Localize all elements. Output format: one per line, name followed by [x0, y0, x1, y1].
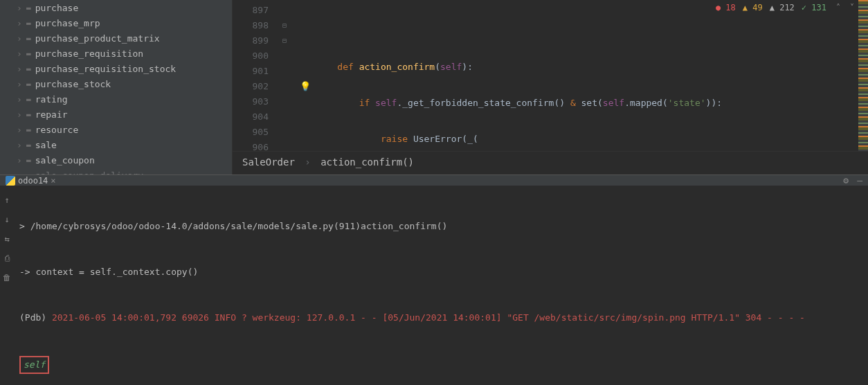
terminal-tab-bar[interactable]: odoo14 × ⚙ — [0, 174, 868, 186]
tree-label: purchase_requisition [35, 48, 144, 59]
scroll-map[interactable] [858, 0, 868, 151]
chevron-right-icon: › [305, 156, 310, 168]
terminal-line: -> context = self._context.copy() [19, 265, 862, 280]
line-number: 897 [233, 3, 269, 18]
tree-item-rating[interactable]: ›▬rating [0, 91, 232, 107]
tree-item-sale[interactable]: ›▬sale [0, 137, 232, 152]
folder-icon: ▬ [26, 80, 31, 89]
highlighted-command: self [19, 356, 49, 374]
tree-item-sale-coupon-delivery[interactable]: ›▬sale_coupon_delivery [0, 168, 232, 174]
chevron-right-icon: › [17, 155, 25, 165]
line-number: 904 [233, 109, 269, 125]
tree-label: rating [35, 94, 68, 105]
next-highlight-icon[interactable]: ˅ [850, 3, 854, 12]
hint-column: 💡 [295, 3, 316, 151]
folder-icon: ▬ [26, 110, 31, 119]
breadcrumb-method[interactable]: action_confirm() [320, 156, 414, 168]
lightbulb-icon[interactable]: 💡 [295, 79, 316, 94]
folder-icon: ▬ [26, 141, 31, 150]
minimize-icon[interactable]: — [857, 175, 862, 186]
close-icon[interactable]: × [51, 176, 55, 186]
tree-label: sale_coupon [35, 155, 95, 165]
terminal-toolbar: ↑ ↓ ⇆ ⎙ 🗑 [0, 186, 14, 385]
line-number: 903 [233, 94, 269, 109]
tree-item-purchase-mrp[interactable]: ›▬purchase_mrp [0, 15, 232, 30]
tree-label: resource [35, 125, 79, 135]
chevron-right-icon: › [17, 33, 25, 44]
warning-count[interactable]: ▲ 49 [743, 3, 763, 12]
code-lines[interactable]: def action_confirm(self): if self._get_f… [316, 3, 868, 151]
chevron-right-icon: › [17, 48, 25, 59]
chevron-right-icon: › [17, 94, 25, 105]
terminal-panel[interactable]: ↑ ↓ ⇆ ⎙ 🗑 > /home/cybrosys/odoo/odoo-14.… [0, 186, 868, 385]
tree-label: purchase_stock [35, 79, 111, 89]
chevron-right-icon: › [17, 140, 25, 150]
code-editor[interactable]: ● 18 ▲ 49 ▲ 212 ✓ 131 ˄ ˅ 897 898 899 90… [233, 0, 868, 174]
tree-item-purchase[interactable]: ›▬purchase [0, 0, 232, 15]
project-sidebar[interactable]: ›▬purchase ›▬purchase_mrp ›▬purchase_pro… [0, 0, 233, 174]
typo-count[interactable]: ✓ 131 [802, 3, 826, 12]
chevron-right-icon: › [17, 79, 25, 89]
tree-item-purchase-product-matrix[interactable]: ›▬purchase_product_matrix [0, 30, 232, 46]
tree-item-purchase-stock[interactable]: ›▬purchase_stock [0, 76, 232, 91]
fold-toggle-icon[interactable]: ⊟ [274, 33, 295, 48]
chevron-right-icon: › [17, 109, 25, 120]
tree-item-purchase-requisition-stock[interactable]: ›▬purchase_requisition_stock [0, 61, 232, 76]
line-number: 898 [233, 18, 269, 33]
wrap-icon[interactable]: ⇆ [4, 234, 9, 244]
chevron-right-icon: › [17, 125, 25, 135]
chevron-right-icon: › [17, 64, 25, 74]
terminal-output[interactable]: > /home/cybrosys/odoo/odoo-14.0/addons/s… [14, 186, 868, 385]
line-number: 899 [233, 33, 269, 48]
folder-icon: ▬ [26, 125, 31, 134]
line-number: 902 [233, 79, 269, 94]
gear-icon[interactable]: ⚙ [843, 175, 849, 186]
tree-label: sale [35, 140, 57, 150]
breadcrumb-class[interactable]: SaleOrder [242, 156, 295, 168]
step-down-icon[interactable]: ↓ [4, 215, 9, 224]
tree-label: repair [35, 109, 68, 120]
trash-icon[interactable]: 🗑 [3, 273, 11, 283]
terminal-line: > /home/cybrosys/odoo/odoo-14.0/addons/s… [19, 219, 862, 234]
prev-highlight-icon[interactable]: ˄ [836, 3, 840, 12]
tree-label: purchase [35, 3, 79, 13]
folder-icon: ▬ [26, 156, 31, 165]
editor-breadcrumb[interactable]: SaleOrder › action_confirm() [233, 151, 868, 172]
terminal-tab-odoo14[interactable]: odoo14 × [6, 176, 56, 186]
tree-label: purchase_product_matrix [35, 33, 160, 44]
tree-item-resource[interactable]: ›▬resource [0, 122, 232, 137]
line-number: 905 [233, 125, 269, 140]
chevron-right-icon: › [17, 170, 25, 175]
folder-icon: ▬ [26, 49, 31, 58]
line-number: 900 [233, 48, 269, 64]
chevron-right-icon: › [17, 3, 25, 13]
terminal-tab-label: odoo14 [18, 176, 48, 186]
folder-icon: ▬ [26, 64, 31, 73]
fold-column[interactable]: ⊟ ⊟ [274, 3, 295, 151]
tree-label: purchase_mrp [35, 18, 100, 28]
python-icon [6, 176, 15, 186]
tree-label: purchase_requisition_stock [35, 64, 177, 74]
tree-item-sale-coupon[interactable]: ›▬sale_coupon [0, 152, 232, 168]
folder-icon: ▬ [26, 34, 31, 43]
step-up-icon[interactable]: ↑ [4, 195, 9, 205]
folder-icon: ▬ [26, 171, 31, 175]
inspection-status-bar[interactable]: ● 18 ▲ 49 ▲ 212 ✓ 131 ˄ ˅ [716, 3, 854, 12]
line-gutter[interactable]: 897 898 899 900 901 902 903 904 905 906 [233, 3, 274, 151]
tree-item-purchase-requisition[interactable]: ›▬purchase_requisition [0, 46, 232, 61]
tree-label: sale_coupon_delivery [35, 170, 144, 175]
error-count[interactable]: ● 18 [716, 3, 736, 12]
folder-icon: ▬ [26, 19, 31, 28]
print-icon[interactable]: ⎙ [5, 253, 10, 263]
weak-warning-count[interactable]: ▲ 212 [770, 3, 795, 12]
folder-icon: ▬ [26, 95, 31, 104]
folder-icon: ▬ [26, 3, 31, 12]
fold-toggle-icon[interactable]: ⊟ [274, 18, 295, 33]
chevron-right-icon: › [17, 18, 25, 28]
tree-item-repair[interactable]: ›▬repair [0, 107, 232, 122]
line-number: 901 [233, 64, 269, 79]
